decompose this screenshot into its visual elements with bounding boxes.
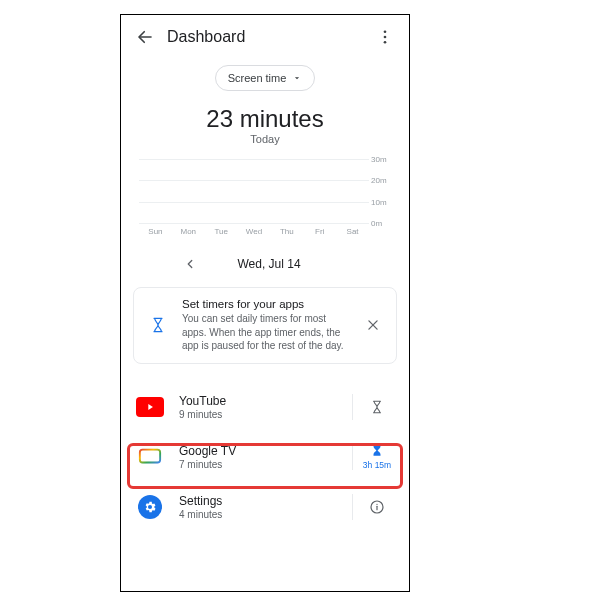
- metric-chip[interactable]: Screen time: [215, 65, 316, 91]
- app-row-youtube[interactable]: YouTube 9 minutes: [121, 382, 409, 432]
- chart-xtick: Sat: [336, 227, 369, 239]
- chart-xtick: Tue: [205, 227, 238, 239]
- total-usage-value: 23 minutes: [121, 105, 409, 133]
- total-usage-caption: Today: [121, 133, 409, 145]
- app-name: Settings: [179, 494, 352, 508]
- edit-timer-button[interactable]: 3h 15m: [357, 443, 397, 470]
- chart-xtick: Thu: [270, 227, 303, 239]
- timer-value: 3h 15m: [363, 460, 391, 470]
- chart-xtick: Fri: [303, 227, 336, 239]
- chart-xtick: Wed: [238, 227, 271, 239]
- app-row-googletv[interactable]: Google TV 7 minutes 3h 15m: [121, 432, 409, 482]
- total-usage: 23 minutes Today: [121, 105, 409, 145]
- chart-ytick: 30m: [371, 155, 397, 164]
- chart-ytick: 20m: [371, 176, 397, 185]
- chart-ytick: 10m: [371, 197, 397, 206]
- youtube-icon: [133, 390, 167, 424]
- app-usage-subtitle: 7 minutes: [179, 459, 352, 470]
- app-screen: Dashboard Screen time 23 minutes Today 0…: [120, 14, 410, 592]
- chart-xtick: Sun: [139, 227, 172, 239]
- arrow-left-icon: [136, 28, 154, 46]
- google-tv-icon: [133, 440, 167, 474]
- usage-chart: 0m10m20m30m SunMonTueWedThuFriSat: [133, 159, 397, 239]
- chip-row: Screen time: [121, 59, 409, 105]
- set-timer-button[interactable]: [357, 398, 397, 416]
- app-info-button[interactable]: [357, 499, 397, 515]
- page-title: Dashboard: [167, 28, 369, 46]
- app-usage-subtitle: 4 minutes: [179, 509, 352, 520]
- current-date-label: Wed, Jul 14: [237, 257, 300, 271]
- svg-point-2: [384, 36, 387, 39]
- back-button[interactable]: [129, 21, 161, 53]
- prev-day-button[interactable]: [179, 253, 201, 275]
- chart-xtick: Mon: [172, 227, 205, 239]
- metric-chip-label: Screen time: [228, 72, 287, 84]
- info-card-title: Set timers for your apps: [182, 298, 350, 310]
- timers-info-card: Set timers for your apps You can set dai…: [133, 287, 397, 364]
- hourglass-icon: [144, 315, 172, 335]
- chart-ytick: 0m: [371, 219, 397, 228]
- date-nav: Wed, Jul 14: [121, 253, 409, 275]
- svg-rect-6: [140, 449, 160, 462]
- svg-point-10: [376, 503, 377, 504]
- dismiss-info-button[interactable]: [360, 312, 386, 338]
- chevron-down-icon: [292, 73, 302, 83]
- header: Dashboard: [121, 15, 409, 59]
- app-usage-subtitle: 9 minutes: [179, 409, 352, 420]
- app-name: YouTube: [179, 394, 352, 408]
- svg-point-1: [384, 30, 387, 33]
- close-icon: [366, 318, 380, 332]
- divider: [352, 444, 353, 470]
- more-vert-icon: [376, 28, 394, 46]
- svg-rect-7: [140, 449, 160, 462]
- info-icon: [369, 499, 385, 515]
- overflow-menu-button[interactable]: [369, 21, 401, 53]
- divider: [352, 394, 353, 420]
- app-name: Google TV: [179, 444, 352, 458]
- hourglass-full-icon: [370, 443, 384, 459]
- info-card-body: You can set daily timers for most apps. …: [182, 312, 350, 353]
- chart-gridline: [139, 223, 369, 224]
- settings-icon: [133, 490, 167, 524]
- app-list: YouTube 9 minutes Google TV 7 minutes: [121, 382, 409, 532]
- svg-point-3: [384, 41, 387, 44]
- app-row-settings[interactable]: Settings 4 minutes: [121, 482, 409, 532]
- divider: [352, 494, 353, 520]
- chevron-left-icon: [183, 257, 197, 271]
- hourglass-empty-icon: [370, 398, 384, 416]
